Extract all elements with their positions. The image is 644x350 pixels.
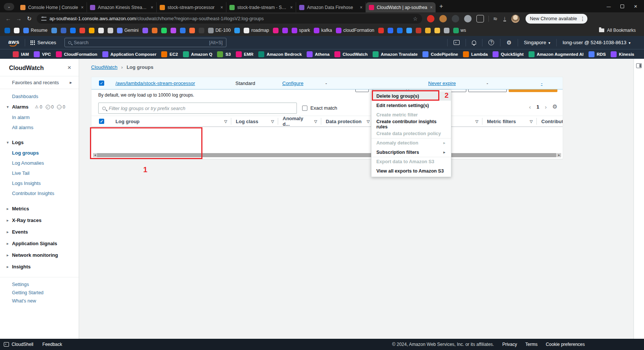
bookmark-item[interactable] bbox=[79, 28, 85, 33]
sidebar-section-collapsed[interactable]: ► Events bbox=[0, 226, 79, 238]
menu-item[interactable]: View all exports to Amazon S3 ► bbox=[371, 166, 451, 176]
retention-link[interactable]: Never expire bbox=[428, 80, 456, 86]
service-shortcut[interactable]: EC2 bbox=[161, 51, 178, 57]
service-shortcut[interactable]: Amazon Q bbox=[183, 51, 213, 57]
bookmark-item[interactable] bbox=[70, 28, 76, 33]
footer-link[interactable]: Cookie preferences bbox=[546, 342, 585, 347]
restore-icon[interactable] bbox=[620, 4, 624, 8]
service-shortcut[interactable]: CloudFormation bbox=[56, 51, 97, 57]
service-shortcut[interactable]: Kinesis bbox=[611, 51, 634, 57]
bookmark-item[interactable] bbox=[98, 28, 104, 33]
cookie-extension-icon[interactable] bbox=[439, 15, 447, 22]
bookmark-item[interactable] bbox=[406, 28, 412, 33]
filter-icon[interactable] bbox=[472, 119, 478, 124]
service-shortcut[interactable]: EMR bbox=[236, 51, 254, 57]
help-icon[interactable]: ? bbox=[482, 39, 500, 46]
sidebar-section-logs[interactable]: ▼ Logs bbox=[0, 137, 79, 148]
bookmark-item[interactable] bbox=[273, 28, 279, 33]
sidebar-item[interactable]: What's new bbox=[0, 297, 79, 305]
bookmark-item[interactable] bbox=[416, 28, 421, 33]
bookmark-item[interactable]: DE-100 bbox=[208, 28, 231, 33]
reload-icon[interactable]: ↻ bbox=[25, 15, 34, 22]
bookmark-item[interactable] bbox=[388, 28, 393, 33]
bookmark-item[interactable] bbox=[51, 28, 57, 33]
menu-item[interactable]: Subscription filters ► bbox=[371, 147, 451, 157]
footer-link[interactable]: Privacy bbox=[502, 342, 517, 347]
service-shortcut[interactable]: CloudWatch bbox=[334, 51, 368, 57]
bookmark-item[interactable] bbox=[61, 28, 66, 33]
sidebar-section-collapsed[interactable]: ► X-Ray traces bbox=[0, 214, 79, 226]
bookmark-item[interactable] bbox=[282, 28, 288, 33]
service-shortcut[interactable]: Amazon Translate bbox=[373, 51, 418, 57]
sidebar-item[interactable]: Log groups bbox=[0, 148, 79, 158]
column-header-metric-filters[interactable]: Metric filters bbox=[482, 118, 536, 125]
column-header-anomaly[interactable]: Anomaly d... bbox=[278, 118, 321, 125]
cloudshell-icon[interactable]: > bbox=[447, 39, 466, 46]
browser-tab[interactable]: Amazon Kinesis Streams × bbox=[87, 2, 157, 12]
filter-icon[interactable] bbox=[311, 119, 317, 124]
breadcrumb-cloudwatch-link[interactable]: CloudWatch bbox=[91, 64, 117, 70]
update-chrome-button[interactable]: New Chrome available bbox=[526, 14, 588, 24]
close-window-icon[interactable] bbox=[634, 3, 637, 9]
sidebar-item[interactable]: All alarms bbox=[0, 122, 79, 133]
filter-icon[interactable] bbox=[268, 119, 274, 124]
filter-icon[interactable] bbox=[221, 119, 227, 124]
sidebar-close-icon[interactable]: × bbox=[67, 64, 71, 71]
bookmark-item[interactable]: cloudFormation bbox=[336, 28, 374, 33]
prev-page-icon[interactable]: ‹ bbox=[529, 104, 531, 110]
browser-tab[interactable]: Amazon Data Firehose × bbox=[296, 2, 366, 12]
arc-extension-icon[interactable] bbox=[452, 15, 459, 22]
menu-item[interactable]: Export data to Amazon S3 ► bbox=[371, 157, 451, 166]
aws-search-input[interactable] bbox=[74, 40, 207, 45]
sidebar-section-collapsed[interactable]: ► Application Signals bbox=[0, 238, 79, 249]
sidebar-item[interactable]: Log Anomalies bbox=[0, 158, 79, 168]
filter-icon[interactable] bbox=[527, 119, 533, 124]
row-checkbox[interactable] bbox=[99, 80, 104, 86]
menu-item[interactable]: Create contributor insights rules ► bbox=[371, 119, 451, 129]
bookmark-item[interactable] bbox=[434, 28, 440, 33]
bookmark-item[interactable]: ws bbox=[453, 28, 466, 33]
reading-list-icon[interactable] bbox=[493, 16, 497, 21]
service-shortcut[interactable]: CodePipeline bbox=[422, 51, 458, 57]
filter-icon[interactable] bbox=[364, 119, 370, 124]
new-tab-button[interactable]: + bbox=[439, 3, 443, 10]
bookmark-item[interactable] bbox=[397, 28, 403, 33]
bookmark-item[interactable] bbox=[108, 28, 113, 33]
filter-input[interactable] bbox=[109, 106, 293, 111]
sidebar-item[interactable]: Live Tail bbox=[0, 168, 79, 178]
tab-close-icon[interactable]: × bbox=[220, 5, 223, 10]
table-row[interactable]: /aws/lambda/stock-stream-processor Stand… bbox=[91, 77, 563, 89]
sidebar-item[interactable]: Getting Started bbox=[0, 289, 79, 297]
browser-menu-icon[interactable] bbox=[580, 16, 585, 22]
aws-search-box[interactable]: [Alt+S] bbox=[64, 38, 226, 47]
sidebar-item-dashboards[interactable]: Dashboards bbox=[0, 91, 79, 101]
column-header-data-protection[interactable]: Data protection bbox=[321, 118, 373, 125]
sidebar-section-alarms[interactable]: ▼ Alarms ⚠0 ✓0 ⋯0 bbox=[0, 101, 79, 112]
next-page-icon[interactable]: › bbox=[545, 104, 547, 110]
scroll-right-icon[interactable]: ▸ bbox=[557, 153, 561, 157]
sidebar-section-collapsed[interactable]: ► Insights bbox=[0, 261, 79, 273]
tab-search-icon[interactable]: ⌄ bbox=[4, 3, 14, 10]
bookmark-item[interactable]: spark bbox=[292, 28, 310, 33]
bookmark-item[interactable] bbox=[142, 28, 148, 33]
minimize-icon[interactable] bbox=[607, 3, 611, 9]
bookmark-item[interactable]: Gemini bbox=[117, 28, 139, 33]
profile-avatar[interactable] bbox=[511, 15, 520, 23]
tab-close-icon[interactable]: × bbox=[430, 5, 433, 10]
bookmark-item[interactable]: kafka bbox=[314, 28, 332, 33]
url-text[interactable]: ap-southeast-1.console.aws.amazon.com/cl… bbox=[49, 16, 410, 21]
extensions-puzzle-icon[interactable] bbox=[476, 15, 484, 22]
cloudshell-footer-button[interactable]: > CloudShell bbox=[4, 342, 33, 347]
aws-logo[interactable]: aws bbox=[8, 39, 19, 45]
bookmark-item[interactable] bbox=[4, 28, 10, 33]
bookmark-item[interactable] bbox=[234, 28, 240, 33]
sidebar-item[interactable]: Settings bbox=[0, 280, 79, 289]
sidebar-item[interactable]: Logs Insights bbox=[0, 178, 79, 188]
back-icon[interactable]: ← bbox=[4, 15, 13, 22]
url-bar[interactable]: ap-southeast-1.console.aws.amazon.com/cl… bbox=[37, 14, 422, 24]
sidebar-item[interactable]: In alarm bbox=[0, 112, 79, 122]
globe-extension-icon[interactable] bbox=[464, 15, 472, 22]
region-selector[interactable]: Singapore bbox=[518, 39, 556, 46]
downloads-icon[interactable] bbox=[503, 16, 506, 21]
browser-tab[interactable]: CloudWatch | ap-southea × bbox=[366, 2, 436, 12]
